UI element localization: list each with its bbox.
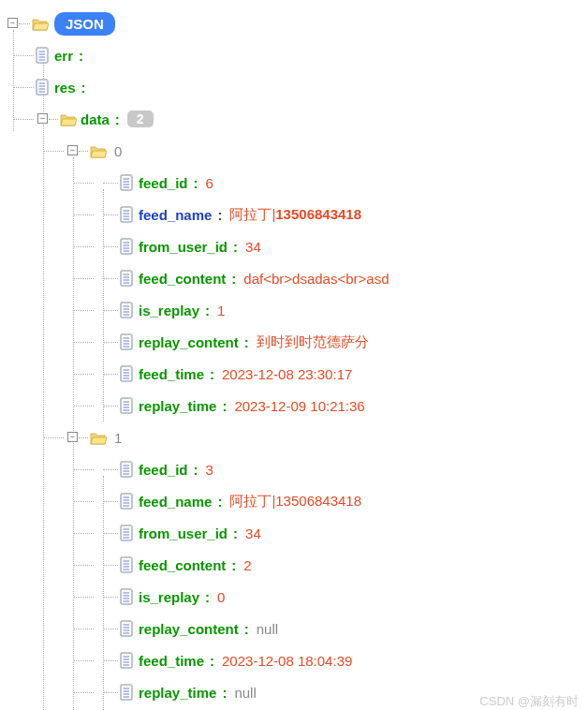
tree-node[interactable]: feed_content: daf<br>dsadas<br>asd <box>4 262 584 294</box>
node-key: replay_time <box>139 398 216 414</box>
node-value: 0 <box>217 589 225 605</box>
node-index: 1 <box>114 430 122 446</box>
node-key: res <box>54 80 76 96</box>
tree-node[interactable]: feed_time: 2023-12-08 23:30:17 <box>4 358 584 390</box>
node-value: 阿拉丁|13506843418 <box>229 206 361 224</box>
document-icon <box>120 302 135 318</box>
document-icon <box>120 493 135 510</box>
node-value: 阿拉丁|13506843418 <box>229 493 361 510</box>
node-key: from_user_id <box>139 525 228 541</box>
document-icon <box>120 206 135 223</box>
node-key: replay_content <box>139 621 239 637</box>
node-value: 2023-12-08 23:30:17 <box>222 366 352 382</box>
watermark-text: CSDN @漏刻有时 <box>479 693 579 710</box>
tree-node-res[interactable]: res: <box>4 71 584 103</box>
tree-root-row[interactable]: − JSON <box>4 7 584 39</box>
document-icon <box>120 397 135 414</box>
node-key: replay_content <box>139 334 239 350</box>
tree-node[interactable]: replay_content: null <box>4 613 584 644</box>
node-key: feed_time <box>139 366 204 382</box>
folder-icon <box>90 431 107 445</box>
node-key: feed_time <box>139 653 204 669</box>
node-value: 3 <box>206 462 213 478</box>
toggle-icon[interactable]: − <box>7 18 18 28</box>
document-icon <box>120 174 135 191</box>
node-value: 34 <box>245 239 261 255</box>
node-value: null <box>257 621 278 637</box>
node-value: null <box>234 685 256 701</box>
document-icon <box>120 365 135 382</box>
tree-node[interactable]: feed_id: 3 <box>4 453 584 485</box>
node-value: 2023-12-08 18:04:39 <box>222 653 352 669</box>
tree-node[interactable]: feed_id: 6 <box>4 167 584 199</box>
tree-node[interactable]: feed_time: 2023-12-08 18:04:39 <box>4 644 584 676</box>
document-icon <box>120 652 135 669</box>
node-key: feed_content <box>139 271 226 287</box>
node-value: daf<br>dsadas<br>asd <box>243 271 389 287</box>
folder-icon <box>90 144 107 158</box>
node-key: err <box>54 48 73 64</box>
toggle-icon[interactable]: − <box>37 113 48 124</box>
tree-node[interactable]: is_replay: 0 <box>4 581 584 613</box>
document-icon <box>120 525 135 541</box>
root-badge: JSON <box>54 12 115 36</box>
document-icon <box>120 238 135 255</box>
tree-node-data[interactable]: − data: 2 <box>4 103 584 135</box>
tree-node[interactable]: replay_content: 到时到时范德萨分 <box>4 326 584 358</box>
json-tree: − JSON err: res: − data: 2 <box>4 7 584 708</box>
tree-node[interactable]: feed_name: 阿拉丁|13506843418 <box>4 485 584 517</box>
document-icon <box>120 461 135 478</box>
node-value: 6 <box>206 175 213 191</box>
document-icon <box>120 556 135 573</box>
node-key: data <box>81 111 110 127</box>
node-key: feed_name <box>139 207 212 223</box>
node-key: replay_time <box>139 685 216 701</box>
folder-icon <box>60 112 77 126</box>
folder-icon <box>32 17 49 31</box>
tree-node-err[interactable]: err: <box>4 39 584 71</box>
node-key: is_replay <box>139 303 199 318</box>
node-key: feed_id <box>139 462 188 478</box>
tree-node-index-0[interactable]: − 0 <box>4 135 584 167</box>
document-icon <box>120 333 135 350</box>
document-icon <box>120 620 135 637</box>
node-value: 2 <box>243 557 251 573</box>
document-icon <box>120 684 135 701</box>
node-key: from_user_id <box>139 239 228 255</box>
array-count-badge: 2 <box>127 111 154 127</box>
document-icon <box>120 270 135 287</box>
node-key: feed_name <box>139 494 212 510</box>
document-icon <box>36 79 51 96</box>
tree-node-index-1[interactable]: − 1 <box>4 422 584 453</box>
node-key: feed_content <box>139 557 226 573</box>
tree-node[interactable]: from_user_id: 34 <box>4 517 584 549</box>
node-index: 0 <box>114 143 122 159</box>
node-value: 到时到时范德萨分 <box>257 333 369 351</box>
node-value: 2023-12-09 10:21:36 <box>234 398 364 414</box>
document-icon <box>120 588 135 605</box>
tree-node-selected[interactable]: feed_name: 阿拉丁|13506843418 <box>4 199 584 230</box>
tree-node[interactable]: feed_content: 2 <box>4 549 584 581</box>
tree-node[interactable]: is_replay: 1 <box>4 294 584 326</box>
toggle-icon[interactable]: − <box>67 432 78 442</box>
node-key: feed_id <box>139 175 188 191</box>
tree-node[interactable]: from_user_id: 34 <box>4 230 584 262</box>
node-value: 1 <box>217 303 225 318</box>
toggle-icon[interactable]: − <box>67 145 78 155</box>
tree-node[interactable]: replay_time: 2023-12-09 10:21:36 <box>4 390 584 422</box>
node-value: 34 <box>245 525 261 541</box>
node-key: is_replay <box>139 589 199 605</box>
document-icon <box>36 47 51 64</box>
